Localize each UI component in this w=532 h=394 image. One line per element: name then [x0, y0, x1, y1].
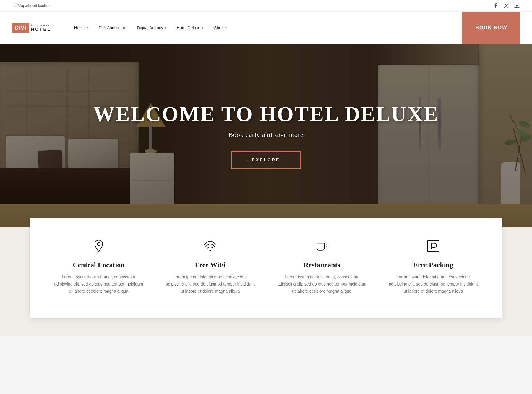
chevron-down-icon: ▾ — [165, 26, 166, 30]
wifi-icon — [165, 239, 256, 255]
parking-icon — [388, 239, 479, 255]
feature-parking-desc: Lorem ipsum dolor sit amet, consectetur … — [388, 274, 479, 295]
svg-marker-1 — [516, 5, 518, 7]
email-label: info@apartment-koeln.com — [12, 4, 54, 8]
feature-wifi: Free WiFi Lorem ipsum dolor sit amet, co… — [159, 236, 262, 298]
feature-restaurant-title: Restaurants — [276, 261, 367, 269]
logo-ultimate: ULTIMATE — [31, 24, 51, 27]
coffee-icon — [276, 239, 367, 255]
navigation: DIVI ULTIMATE HOTEL Home ▾ Divi Consulti… — [0, 12, 532, 44]
logo-text: ULTIMATE HOTEL — [31, 24, 51, 32]
nav-item-hotel-deluxe[interactable]: Hotel Deluxe ▾ — [171, 25, 209, 30]
feature-parking: Free Parking Lorem ipsum dolor sit amet,… — [382, 236, 485, 298]
nav-item-digital-agency[interactable]: Digital Agency ▾ — [132, 25, 171, 30]
location-icon — [53, 239, 144, 255]
chevron-down-icon: ▾ — [202, 26, 203, 30]
feature-wifi-title: Free WiFi — [165, 261, 256, 269]
logo[interactable]: DIVI ULTIMATE HOTEL — [12, 23, 51, 33]
svg-point-2 — [97, 243, 100, 246]
hero-content: WELCOME TO HOTEL DELUXE Book early and s… — [87, 97, 445, 174]
hero-title: WELCOME TO HOTEL DELUXE — [93, 103, 439, 126]
hero-section: WELCOME TO HOTEL DELUXE Book early and s… — [0, 44, 532, 227]
youtube-icon[interactable] — [514, 2, 520, 9]
feature-restaurant: Restaurants Lorem ipsum dolor sit amet, … — [270, 236, 373, 298]
facebook-icon[interactable] — [492, 2, 499, 9]
hero-subtitle: Book early and save more — [93, 131, 439, 139]
chevron-down-icon: ▾ — [87, 26, 88, 30]
nav-item-consulting[interactable]: Divi Consulting — [93, 25, 132, 30]
page-background: Central Location Lorem ipsum dolor sit a… — [0, 218, 532, 336]
svg-point-3 — [210, 250, 211, 251]
nav-links: Home ▾ Divi Consulting Digital Agency ▾ … — [69, 25, 462, 30]
nav-item-shop[interactable]: Shop ▾ — [209, 25, 232, 30]
feature-wifi-desc: Lorem ipsum dolor sit amet, consectetur … — [165, 274, 256, 295]
social-links — [492, 2, 520, 9]
features-section: Central Location Lorem ipsum dolor sit a… — [30, 218, 502, 318]
chevron-down-icon: ▾ — [225, 26, 227, 30]
logo-hotel: HOTEL — [31, 27, 51, 32]
feature-restaurant-desc: Lorem ipsum dolor sit amet, consectetur … — [276, 274, 367, 295]
svg-rect-4 — [428, 240, 439, 252]
book-now-button[interactable]: BOOK NOW — [462, 12, 520, 44]
feature-location: Central Location Lorem ipsum dolor sit a… — [47, 236, 150, 298]
logo-divi: DIVI — [12, 23, 29, 33]
twitter-icon[interactable] — [503, 2, 510, 9]
feature-location-title: Central Location — [53, 261, 144, 269]
nav-item-home[interactable]: Home ▾ — [69, 25, 93, 30]
explore-button[interactable]: - EXPLORE - — [231, 151, 301, 169]
top-bar: info@apartment-koeln.com — [0, 0, 532, 12]
feature-parking-title: Free Parking — [388, 261, 479, 269]
feature-location-desc: Lorem ipsum dolor sit amet, consectetur … — [53, 274, 144, 295]
